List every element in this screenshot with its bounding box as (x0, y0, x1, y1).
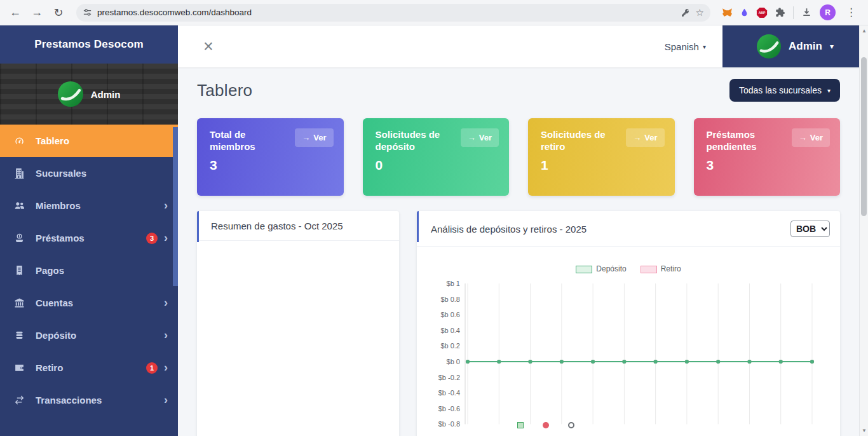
sidebar-item-cuentas[interactable]: Cuentas› (0, 287, 178, 319)
sidebar-item-pagos[interactable]: Pagos (0, 254, 178, 287)
stat-card-solicitudes-de-retiro: Solicitudes de retiro1→Ver (528, 118, 675, 196)
sidebar-item-sucursales[interactable]: Sucursales (0, 157, 178, 189)
svg-text:$b -0.2: $b -0.2 (438, 374, 460, 381)
toolbar-divider (793, 6, 794, 19)
legend-deposito[interactable]: Depósito (576, 264, 626, 273)
deposits-withdrawals-chart: $b 1$b 0.8$b 0.6$b 0.4$b 0.2$b 0$b -0.2$… (421, 277, 827, 436)
stat-card-solicitudes-de-deposito: Solicitudes de depósito0→Ver (363, 118, 510, 196)
extension-fox-icon[interactable] (722, 7, 733, 18)
bookmark-star-icon[interactable]: ☆ (696, 7, 704, 18)
arrow-right-icon: → (468, 133, 476, 142)
chevron-right-icon: › (164, 362, 168, 373)
page-title: Tablero (197, 81, 252, 100)
adblock-abp-icon[interactable]: ABP (756, 7, 768, 18)
scroll-down-icon[interactable]: ▼ (860, 428, 868, 433)
sidebar-item-transacciones[interactable]: Transacciones› (0, 384, 178, 416)
language-label: Spanish (665, 41, 699, 52)
extension-droplet-icon[interactable] (740, 8, 749, 17)
scroll-up-icon[interactable]: ▲ (860, 28, 868, 34)
extensions-puzzle-icon[interactable] (775, 8, 785, 18)
sidebar-item-miembros[interactable]: Miembros› (0, 189, 178, 222)
stat-card-value: 1 (541, 158, 662, 173)
browser-profile-avatar[interactable]: R (820, 4, 836, 20)
chevron-right-icon: › (164, 329, 168, 341)
branch-filter-button[interactable]: Todas las sucursales ▾ (729, 79, 840, 102)
downloads-icon[interactable] (801, 7, 812, 18)
analysis-panel: Análisis de depósitos y retiros - 2025 B… (417, 211, 840, 436)
address-bar[interactable]: prestamos.desocomweb.com/dashboard ☆ (76, 4, 710, 22)
svg-text:$b 0.8: $b 0.8 (440, 296, 460, 303)
ver-button[interactable]: →Ver (626, 128, 664, 147)
stat-card-total-de-miembros: Total de miembros3→Ver (197, 118, 344, 196)
app-logo-icon (58, 81, 83, 107)
svg-text:$b 0: $b 0 (447, 358, 460, 365)
ver-button[interactable]: →Ver (792, 128, 830, 147)
users-icon (14, 200, 27, 211)
transfer-icon (14, 395, 27, 405)
chevron-down-icon: ▾ (703, 43, 706, 50)
svg-text:$b 0.2: $b 0.2 (440, 342, 460, 350)
currency-select[interactable]: BOB (790, 221, 830, 237)
bank-icon (14, 297, 27, 308)
chevron-right-icon: › (164, 297, 168, 308)
arrow-right-icon: → (302, 133, 310, 142)
url-text[interactable]: prestamos.desocomweb.com/dashboard (97, 8, 675, 17)
language-selector[interactable]: Spanish ▾ (665, 41, 706, 52)
main-area: × Spanish ▾ Admin ▾ (178, 25, 868, 436)
stat-card-title: Préstamos pendientes (707, 129, 782, 153)
legend-swatch (576, 266, 592, 273)
chart-legend: DepósitoRetiro (417, 264, 840, 273)
svg-text:ABP: ABP (759, 11, 766, 15)
svg-text:$b -0.4: $b -0.4 (438, 389, 460, 397)
sidebar-profile: Admin (0, 64, 178, 125)
expenses-panel-title: Resumen de gastos - Oct 2025 (211, 221, 343, 231)
sidebar-item-prestamos[interactable]: Préstamos3› (0, 222, 178, 254)
sidebar-item-tablero[interactable]: Tablero (0, 125, 178, 157)
sidebar-item-retiro[interactable]: Retiro1› (0, 351, 178, 384)
stat-card-prestamos-pendientes: Préstamos pendientes3→Ver (694, 118, 841, 196)
expenses-panel: Resumen de gastos - Oct 2025 (197, 211, 399, 436)
user-menu[interactable]: Admin ▾ (722, 25, 868, 67)
sidebar-item-deposito[interactable]: Depósito› (0, 319, 178, 351)
svg-text:$b 0.6: $b 0.6 (440, 311, 460, 318)
stat-card-value: 3 (210, 158, 331, 173)
chevron-down-icon: ▾ (827, 87, 831, 94)
browser-reload-button[interactable]: ↻ (50, 4, 67, 22)
next-chart-partial-legend (517, 422, 574, 428)
notification-badge: 1 (146, 362, 158, 374)
stat-card-title: Solicitudes de depósito (376, 129, 451, 153)
chevron-right-icon: › (164, 232, 168, 243)
chevron-down-icon: ▾ (830, 42, 834, 51)
stat-card-value: 3 (707, 158, 828, 173)
brand-title[interactable]: Prestamos Desocom (0, 25, 178, 64)
sidebar-scrollbar-thumb[interactable] (173, 127, 178, 286)
arrow-right-icon: → (799, 133, 807, 142)
screen: ← → ↻ prestamos.desocomweb.com/dashboard… (0, 0, 868, 436)
notification-badge: 3 (146, 233, 158, 244)
user-name: Admin (789, 40, 822, 53)
ver-button[interactable]: →Ver (461, 128, 499, 147)
browser-forward-button[interactable]: → (28, 4, 46, 22)
password-key-icon[interactable] (681, 8, 691, 18)
deposit-icon (14, 330, 27, 341)
legend-swatch (641, 266, 657, 273)
sidebar-nav: TableroSucursalesMiembros›Préstamos3›Pag… (0, 125, 178, 416)
browser-extensions-area: ABP R ⋮ (719, 4, 862, 20)
topbar: × Spanish ▾ Admin ▾ (178, 25, 868, 67)
analysis-panel-title: Análisis de depósitos y retiros - 2025 (431, 224, 587, 235)
sidebar-toggle-close-icon[interactable]: × (203, 38, 214, 55)
sidebar: Prestamos Desocom Admin TableroSucursale… (0, 25, 178, 436)
page-scrollbar-thumb[interactable] (861, 57, 867, 216)
site-settings-icon[interactable] (83, 8, 92, 17)
svg-text:$b 1: $b 1 (447, 280, 460, 287)
legend-square-icon (517, 422, 524, 428)
loan-icon (14, 233, 27, 243)
ver-button[interactable]: →Ver (295, 128, 333, 147)
app-logo-icon (757, 34, 781, 58)
page-scrollbar[interactable]: ▲ ▼ (859, 25, 868, 436)
browser-toolbar: ← → ↻ prestamos.desocomweb.com/dashboard… (0, 0, 868, 25)
legend-retiro[interactable]: Retiro (641, 264, 681, 273)
svg-text:$b 0.4: $b 0.4 (440, 327, 460, 334)
browser-menu-icon[interactable]: ⋮ (843, 6, 859, 19)
browser-back-button[interactable]: ← (6, 4, 24, 22)
